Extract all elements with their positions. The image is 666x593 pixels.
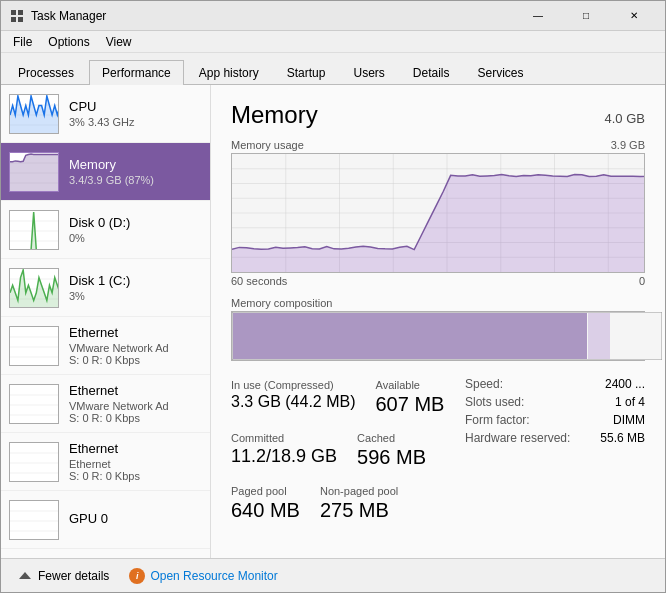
menu-bar: File Options View [1,31,665,53]
eth2-thumbnail [9,384,59,424]
tab-app-history[interactable]: App history [186,60,272,85]
open-resource-monitor-button[interactable]: i Open Resource Monitor [129,568,277,584]
tabs-bar: Processes Performance App history Startu… [1,53,665,85]
stats-row-3: Paged pool 640 MB Non-paged pool 275 MB [231,481,449,526]
menu-view[interactable]: View [98,33,140,51]
cpu-secondary: 3% 3.43 GHz [69,116,202,128]
stats-row-1: In use (Compressed) 3.3 GB (44.2 MB) Ava… [231,375,449,420]
eth3-name: Ethernet [69,441,202,456]
close-button[interactable]: ✕ [611,1,657,31]
eth3-thumbnail [9,442,59,482]
tab-processes[interactable]: Processes [5,60,87,85]
svg-rect-3 [18,17,23,22]
memory-usage-chart-container: Memory usage 3.9 GB 60 seconds 0 [231,139,645,287]
stats-area: In use (Compressed) 3.3 GB (44.2 MB) Ava… [231,375,645,526]
resource-monitor-icon: i [129,568,145,584]
time-start: 60 seconds [231,275,287,287]
eth2-name: Ethernet [69,383,202,398]
hardware-row: Hardware reserved: 55.6 MB [465,431,645,445]
composition-chart [231,311,645,361]
form-key: Form factor: [465,413,530,427]
gpu-info: GPU 0 [69,511,202,528]
eth2-info: Ethernet VMware Network Ad S: 0 R: 0 Kbp… [69,383,202,424]
svg-rect-0 [11,10,16,15]
main-content: CPU 3% 3.43 GHz Memory 3.4/3.9 GB (87%) [1,85,665,558]
sidebar-item-eth2[interactable]: Ethernet VMware Network Ad S: 0 R: 0 Kbp… [1,375,210,433]
in-use-value: 3.3 GB (44.2 MB) [231,393,356,411]
sidebar-item-memory[interactable]: Memory 3.4/3.9 GB (87%) [1,143,210,201]
tab-users[interactable]: Users [340,60,397,85]
slots-key: Slots used: [465,395,524,409]
cpu-name: CPU [69,99,202,114]
disk1-thumbnail [9,268,59,308]
memory-total: 4.0 GB [605,111,645,126]
gpu-thumbnail [9,500,59,540]
chevron-up-icon [17,568,33,584]
form-row: Form factor: DIMM [465,413,645,427]
tab-startup[interactable]: Startup [274,60,339,85]
committed-value: 11.2/18.9 GB [231,446,337,467]
fewer-details-label: Fewer details [38,569,109,583]
stat-committed: Committed 11.2/18.9 GB [231,428,337,473]
maximize-button[interactable]: □ [563,1,609,31]
stats-row-2: Committed 11.2/18.9 GB Cached 596 MB [231,428,449,473]
memory-info: Memory 3.4/3.9 GB (87%) [69,157,202,186]
time-end: 0 [639,275,645,287]
sidebar-item-cpu[interactable]: CPU 3% 3.43 GHz [1,85,210,143]
minimize-button[interactable]: — [515,1,561,31]
tab-performance[interactable]: Performance [89,60,184,85]
right-stats: Speed: 2400 ... Slots used: 1 of 4 Form … [465,375,645,526]
memory-usage-chart [231,153,645,273]
menu-options[interactable]: Options [40,33,97,51]
tab-services[interactable]: Services [465,60,537,85]
stat-paged: Paged pool 640 MB [231,481,300,526]
tab-details[interactable]: Details [400,60,463,85]
disk0-secondary: 0% [69,232,202,244]
menu-file[interactable]: File [5,33,40,51]
disk1-info: Disk 1 (C:) 3% [69,273,202,302]
window-title: Task Manager [31,9,515,23]
disk0-info: Disk 0 (D:) 0% [69,215,202,244]
disk0-thumbnail [9,210,59,250]
right-panel: Memory 4.0 GB Memory usage 3.9 GB 60 sec… [211,85,665,558]
sidebar-item-eth3[interactable]: Ethernet Ethernet S: 0 R: 0 Kbps [1,433,210,491]
stat-available: Available 607 MB [376,375,445,420]
memory-composition-container: Memory composition [231,297,645,361]
committed-label: Committed [231,432,337,444]
slots-row: Slots used: 1 of 4 [465,395,645,409]
title-bar: Task Manager — □ ✕ [1,1,665,31]
chart-time: 60 seconds 0 [231,275,645,287]
paged-label: Paged pool [231,485,300,497]
available-value: 607 MB [376,393,445,416]
sidebar: CPU 3% 3.43 GHz Memory 3.4/3.9 GB (87%) [1,85,211,558]
window-controls: — □ ✕ [515,1,657,31]
hardware-key: Hardware reserved: [465,431,570,445]
composition-label-text: Memory composition [231,297,332,309]
paged-value: 640 MB [231,499,300,522]
memory-thumbnail [9,152,59,192]
chart-label-text: Memory usage [231,139,304,151]
sidebar-item-eth1[interactable]: Ethernet VMware Network Ad S: 0 R: 0 Kbp… [1,317,210,375]
speed-key: Speed: [465,377,503,391]
slots-val: 1 of 4 [615,395,645,409]
sidebar-item-disk0[interactable]: Disk 0 (D:) 0% [1,201,210,259]
fewer-details-button[interactable]: Fewer details [13,566,113,586]
svg-rect-2 [11,17,16,22]
left-stats: In use (Compressed) 3.3 GB (44.2 MB) Ava… [231,375,449,526]
memory-secondary: 3.4/3.9 GB (87%) [69,174,202,186]
open-monitor-label: Open Resource Monitor [150,569,277,583]
cached-label: Cached [357,432,426,444]
chart-label: Memory usage 3.9 GB [231,139,645,151]
non-paged-label: Non-paged pool [320,485,398,497]
eth2-secondary: VMware Network Ad S: 0 R: 0 Kbps [69,400,202,424]
cpu-thumbnail [9,94,59,134]
gpu-name: GPU 0 [69,511,202,526]
sidebar-item-disk1[interactable]: Disk 1 (C:) 3% [1,259,210,317]
memory-name: Memory [69,157,202,172]
svg-marker-4 [19,572,31,579]
cpu-info: CPU 3% 3.43 GHz [69,99,202,128]
speed-val: 2400 ... [605,377,645,391]
memory-header: Memory 4.0 GB [231,101,645,129]
eth1-name: Ethernet [69,325,202,340]
sidebar-item-gpu[interactable]: GPU 0 [1,491,210,549]
